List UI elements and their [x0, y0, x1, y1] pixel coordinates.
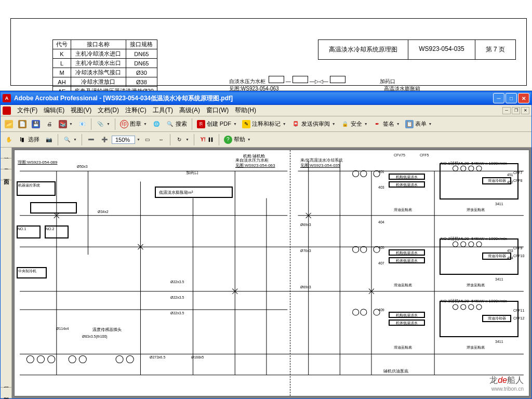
menu-edit[interactable]: 编辑(E): [41, 105, 68, 116]
valve-label: CFF12: [513, 316, 524, 320]
web-button[interactable]: 🌐: [150, 118, 163, 130]
dim-label: Ø273x6.5: [150, 355, 165, 359]
pages-tab[interactable]: 页面: [1, 169, 11, 180]
email-button[interactable]: 📧: [76, 118, 88, 130]
toolbar-separator: [58, 134, 58, 145]
security-button[interactable]: 🔒安全▼: [339, 118, 370, 130]
dim-label: Ø22x3.5: [170, 311, 184, 315]
dim-label: Ø83x3.5(th100): [82, 335, 108, 338]
rotate-button[interactable]: ↻▼: [173, 134, 191, 146]
zoom-out-button[interactable]: ➖: [85, 134, 97, 146]
menu-comments[interactable]: 注释(C): [122, 105, 150, 116]
mdi-controls: ─ ❐ ✕: [502, 107, 529, 114]
sign-button[interactable]: ✒签名▼: [371, 118, 402, 130]
select-tool[interactable]: I▮选择: [16, 134, 42, 146]
document-viewport[interactable]: 理图:WS923-054-089 机舱 辅机舱 来自淡水压力水柜 见图:WS92…: [12, 148, 531, 398]
svg-point-30: [361, 246, 367, 252]
mdi-close[interactable]: ✕: [521, 107, 529, 114]
zoom-level-input[interactable]: 150%: [112, 136, 135, 144]
fit-width-button[interactable]: ↔: [155, 134, 167, 146]
stamp-button[interactable]: 印图章▼: [118, 118, 149, 130]
background-document: 代号接口名称接口规格 K主机冷却淡水进口DN65 L主机冷却淡水出口DN65 M…: [0, 0, 532, 91]
zoom-in-tool[interactable]: 🔍▼: [61, 134, 79, 146]
menu-file[interactable]: 文件(F): [14, 105, 41, 116]
print-button[interactable]: 🖨: [43, 118, 56, 130]
port-number: 453: [507, 249, 513, 252]
window-title: Adobe Acrobat Professional - [WS923-054-…: [14, 94, 493, 103]
svg-point-45: [469, 304, 474, 310]
navigation-pane-tabs: 书签 签名 页面 注释 附件: [1, 148, 12, 398]
toolbar-separator: [170, 134, 170, 145]
svg-point-20: [37, 356, 44, 363]
main-toolbar: 📂 📄 💾 🖨 📚▼ 📧 📎▼ 印图章▼ 🌐 🔍搜索 ⎘创建 PDF▼ ✎注释和…: [1, 116, 531, 132]
menu-help[interactable]: 帮助(H): [232, 105, 259, 116]
dim-label: Ø50x3: [77, 165, 88, 168]
piping-network: [15, 150, 529, 396]
dim-label: Ø34x2: [98, 210, 109, 214]
svg-point-44: [461, 304, 466, 310]
help-button[interactable]: ?帮助▼: [222, 134, 253, 146]
document-icon: [3, 107, 11, 115]
titlebar[interactable]: A Adobe Acrobat Professional - [WS923-05…: [1, 91, 531, 105]
dim-label: Ø114x4: [56, 327, 69, 330]
new-button[interactable]: 📄: [16, 118, 29, 130]
comments-tab[interactable]: 注释: [1, 377, 11, 388]
forms-button[interactable]: 📋表单▼: [403, 118, 434, 130]
menu-view[interactable]: 视图(V): [68, 105, 95, 116]
port-number: 452: [507, 180, 513, 184]
port-number: 404: [378, 220, 384, 224]
port-number: 405: [378, 246, 384, 249]
yahoo-button[interactable]: Y!▌▌: [197, 134, 216, 146]
signatures-tab[interactable]: 签名: [1, 158, 11, 169]
menu-window[interactable]: 窗口(W): [203, 105, 232, 116]
hand-tool[interactable]: ✋: [3, 134, 15, 146]
mdi-restore[interactable]: ❐: [512, 107, 520, 114]
svg-point-37: [469, 166, 474, 171]
dim-label: Ø22x3.5: [170, 296, 184, 299]
close-button[interactable]: ✕: [518, 93, 529, 103]
pdf-page: 理图:WS923-054-089 机舱 辅机舱 来自淡水压力水柜 见图:WS92…: [14, 150, 529, 396]
dim-label: Ø168x5: [191, 355, 204, 359]
mdi-minimize[interactable]: ─: [502, 107, 511, 114]
dim-label: Ø76x3: [300, 249, 311, 252]
menu-document[interactable]: 文档(D): [95, 105, 122, 116]
bookmarks-tab[interactable]: 书签: [1, 148, 11, 158]
annotate-button[interactable]: ✎注释和标记▼: [240, 118, 288, 130]
valve-label: CFF7: [513, 171, 523, 175]
open-button[interactable]: 📂: [3, 118, 15, 130]
attachments-tab[interactable]: 附件: [1, 388, 11, 398]
svg-point-42: [476, 242, 482, 247]
svg-point-35: [453, 166, 458, 171]
toolbar-separator: [192, 118, 192, 130]
dim-label: Ø22x3.5: [170, 280, 184, 284]
create-pdf-button[interactable]: ⎘创建 PDF▼: [195, 118, 239, 130]
view-toolbar: ✋ I▮选择 📷 🔍▼ ➖ ➕ 150% ▼ ▭ ↔ ↻▼ Y!▌▌ ?帮助▼: [1, 132, 531, 148]
send-review-button[interactable]: 📮发送供审阅▼: [289, 118, 338, 130]
zoom-dropdown[interactable]: ▼: [137, 138, 140, 141]
toolbar-separator: [194, 134, 194, 145]
valve-label: CFV75: [394, 153, 405, 157]
acrobat-window: A Adobe Acrobat Professional - [WS923-05…: [0, 91, 532, 399]
port-number: 3411: [495, 277, 503, 281]
svg-point-40: [461, 242, 466, 247]
organizer-button[interactable]: 📚▼: [57, 118, 75, 130]
acrobat-app-icon: A: [3, 94, 11, 102]
window-controls: ─ □ ✕: [493, 93, 529, 103]
menu-advanced[interactable]: 高级(A): [176, 105, 203, 116]
menubar: 文件(F) 编辑(E) 视图(V) 文档(D) 注释(C) 工具(T) 高级(A…: [1, 105, 531, 116]
schematic-diagram: 理图:WS923-054-089 机舱 辅机舱 来自淡水压力水柜 见图:WS92…: [15, 150, 529, 396]
search-button[interactable]: 🔍搜索: [164, 118, 189, 130]
menu-tools[interactable]: 工具(T): [150, 105, 176, 116]
toolbar-separator: [115, 118, 115, 130]
port-number: 401: [378, 170, 384, 174]
minimize-button[interactable]: ─: [493, 93, 504, 103]
zoom-in-button[interactable]: ➕: [98, 134, 111, 146]
svg-point-41: [469, 242, 474, 247]
snapshot-tool[interactable]: 📷: [43, 134, 55, 146]
valve-label: CFF11: [513, 309, 524, 312]
attach-button[interactable]: 📎▼: [94, 118, 112, 130]
save-button[interactable]: 💾: [30, 118, 42, 130]
fit-page-button[interactable]: ▭: [141, 134, 154, 146]
maximize-button[interactable]: □: [506, 93, 517, 103]
svg-point-39: [453, 242, 458, 247]
